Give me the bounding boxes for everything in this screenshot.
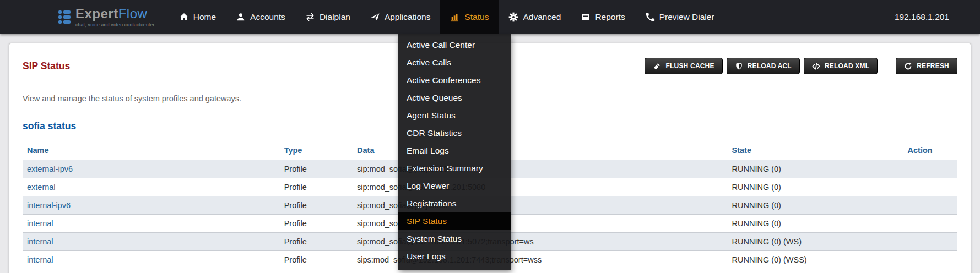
cell-state: RUNNING (0) <box>728 160 903 178</box>
toolbar: FLUSH CACHE RELOAD ACL RELOAD XML REFRES… <box>645 58 957 74</box>
nav-item-advanced[interactable]: Advanced <box>499 0 571 34</box>
dropdown-item-sip-status[interactable]: SIP Status <box>398 212 511 230</box>
nav-item-preview-dialer[interactable]: Preview Dialer <box>635 0 724 34</box>
cell-action <box>903 160 957 178</box>
nav-item-status[interactable]: Status <box>440 0 499 34</box>
dropdown-item-active-call-center[interactable]: Active Call Center <box>398 36 511 54</box>
cell-type: Profile <box>280 178 353 196</box>
cell-type: Profile <box>280 160 353 178</box>
dropdown-item-log-viewer[interactable]: Log Viewer <box>398 177 511 195</box>
expertflow-logo-icon <box>58 10 72 24</box>
dropdown-item-system-status[interactable]: System Status <box>398 230 511 248</box>
code-icon <box>812 62 820 70</box>
nav-item-accounts[interactable]: Accounts <box>226 0 295 34</box>
cell-state: RUNNING (0) (WS) <box>728 233 903 251</box>
refresh-icon <box>904 62 912 70</box>
page-title: SIP Status <box>23 61 70 72</box>
cell-type: Profile <box>280 233 353 251</box>
logo-text: ExpertFlow <box>75 7 155 20</box>
cell-action <box>903 251 957 269</box>
server-ip: 192.168.1.201 <box>895 12 949 22</box>
swap-arrows-icon <box>305 12 315 22</box>
cell-type: Profile <box>280 215 353 233</box>
user-icon <box>236 12 246 22</box>
dropdown-item-user-logs[interactable]: User Logs <box>398 248 511 265</box>
column-header-state: State <box>728 141 903 160</box>
profile-link[interactable]: external-ipv6 <box>23 160 280 178</box>
cell-state: RUNNING (0) (WSS) <box>728 251 903 269</box>
nav-item-reports[interactable]: Reports <box>571 0 635 34</box>
cell-type: Profile <box>280 196 353 215</box>
reload-xml-button[interactable]: RELOAD XML <box>804 58 878 74</box>
cell-state: RUNNING (0) <box>728 196 903 215</box>
refresh-button[interactable]: REFRESH <box>896 58 957 74</box>
cell-state: RUNNING (0) <box>728 215 903 233</box>
status-dropdown-menu: Active Call Center Active Calls Active C… <box>398 34 511 270</box>
nav-item-applications[interactable]: Applications <box>360 0 441 34</box>
bar-chart-icon <box>450 12 460 22</box>
flush-cache-button[interactable]: FLUSH CACHE <box>645 58 722 74</box>
phone-icon <box>645 12 655 22</box>
dropdown-item-email-logs[interactable]: Email Logs <box>398 142 511 160</box>
shield-icon <box>735 62 743 70</box>
eraser-icon <box>653 62 661 70</box>
nav-item-dialplan[interactable]: Dialplan <box>295 0 360 34</box>
cell-action <box>903 178 957 196</box>
column-header-type: Type <box>280 141 353 160</box>
cell-type: Profile <box>280 251 353 269</box>
profile-link[interactable]: internal <box>23 215 280 233</box>
column-header-name: Name <box>23 141 280 160</box>
dropdown-item-active-conferences[interactable]: Active Conferences <box>398 72 511 89</box>
logo-tagline: chat, voice and video contactcenter <box>75 22 155 28</box>
expertflow-logo[interactable]: ExpertFlow chat, voice and video contact… <box>58 7 155 28</box>
top-navbar: ExpertFlow chat, voice and video contact… <box>0 0 980 34</box>
dropdown-item-registrations[interactable]: Registrations <box>398 195 511 212</box>
dropdown-item-active-calls[interactable]: Active Calls <box>398 54 511 72</box>
profile-link[interactable]: internal <box>23 233 280 251</box>
cell-action <box>903 233 957 251</box>
dropdown-item-extension-summary[interactable]: Extension Summary <box>398 160 511 177</box>
home-icon <box>179 12 189 22</box>
dropdown-item-agent-status[interactable]: Agent Status <box>398 107 511 124</box>
column-header-action: Action <box>903 141 957 160</box>
profile-link[interactable]: external <box>23 178 280 196</box>
cell-state: RUNNING (0) <box>728 178 903 196</box>
main-nav: Home Accounts Dialplan Applications Stat… <box>169 0 724 34</box>
app-screen: ExpertFlow chat, voice and video contact… <box>0 0 980 273</box>
profile-link[interactable]: internal <box>23 251 280 269</box>
drive-icon <box>581 12 591 22</box>
cell-action <box>903 196 957 215</box>
dropdown-item-active-queues[interactable]: Active Queues <box>398 89 511 107</box>
cell-action <box>903 215 957 233</box>
dropdown-item-cdr-statistics[interactable]: CDR Statistics <box>398 124 511 142</box>
nav-item-home[interactable]: Home <box>169 0 226 34</box>
paper-plane-icon <box>370 12 380 22</box>
reload-acl-button[interactable]: RELOAD ACL <box>727 58 800 74</box>
gear-icon <box>508 12 518 22</box>
profile-link[interactable]: internal-ipv6 <box>23 196 280 215</box>
